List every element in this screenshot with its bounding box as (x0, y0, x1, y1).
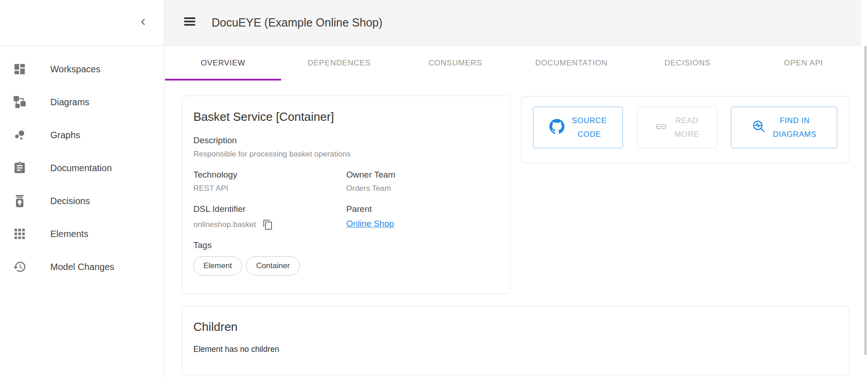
children-empty-text: Element has no children (193, 345, 838, 354)
parent-label: Parent (346, 204, 500, 214)
sidebar-nav: Workspaces Diagrams Graphs Documentation (0, 46, 164, 283)
tab-dependences[interactable]: DEPENDENCES (281, 46, 397, 81)
sidebar-item-graphs[interactable]: Graphs (0, 119, 164, 151)
sidebar: Workspaces Diagrams Graphs Documentation (0, 0, 165, 378)
owner-team-value: Orders Team (346, 184, 500, 193)
sidebar-item-label: Graphs (50, 130, 80, 140)
source-code-button[interactable]: SOURCE CODE (533, 107, 623, 148)
tags-label: Tags (193, 240, 499, 250)
sidebar-item-label: Elements (50, 229, 88, 239)
sidebar-item-documentation[interactable]: Documentation (0, 151, 164, 184)
page-title: DocuEYE (Example Online Shop) (212, 16, 383, 29)
copy-button[interactable] (262, 219, 273, 230)
hamburger-menu-icon (182, 14, 197, 31)
tag-chip-element[interactable]: Element (193, 256, 242, 275)
sidebar-header (0, 0, 164, 46)
tab-open-api[interactable]: OPEN API (746, 46, 862, 81)
description-label: Description (193, 135, 499, 146)
read-more-button: READ MORE (637, 107, 717, 148)
read-more-label: READ MORE (675, 114, 699, 141)
sidebar-item-label: Diagrams (50, 97, 90, 108)
children-card: Children Element has no children (182, 306, 849, 375)
app-bar: DocuEYE (Example Online Shop) (165, 0, 862, 45)
dsl-identifier-value: onlineshop.basket (193, 220, 256, 229)
sidebar-collapse-button[interactable] (134, 14, 152, 32)
lightbulb-jar-icon (13, 194, 27, 208)
technology-value: REST API (193, 184, 346, 193)
find-in-diagrams-label: FIND IN DIAGRAMS (773, 114, 816, 141)
hamburger-menu-button[interactable] (181, 13, 199, 32)
tab-strip: OVERVIEW DEPENDENCES CONSUMERS DOCUMENTA… (165, 46, 862, 81)
clipboard-icon (13, 161, 27, 175)
sidebar-item-decisions[interactable]: Decisions (0, 184, 164, 217)
tab-consumers[interactable]: CONSUMERS (397, 46, 513, 81)
schema-icon (13, 95, 27, 109)
element-title: Basket Service [Container] (193, 109, 499, 124)
sidebar-item-elements[interactable]: Elements (0, 217, 164, 250)
find-in-diagrams-button[interactable]: FIND IN DIAGRAMS (731, 107, 837, 148)
children-title: Children (193, 319, 838, 335)
bubble-chart-icon (13, 128, 27, 142)
chevron-left-icon (137, 16, 149, 30)
link-icon (655, 120, 667, 135)
content-copy-icon (262, 224, 273, 232)
history-icon (13, 260, 27, 274)
search-diagram-icon (752, 119, 766, 135)
tab-decisions[interactable]: DECISIONS (629, 46, 746, 81)
sidebar-item-label: Workspaces (50, 64, 101, 75)
source-code-label: SOURCE CODE (572, 114, 607, 141)
tab-overview[interactable]: OVERVIEW (165, 46, 281, 81)
github-icon (549, 119, 564, 136)
tags-chips: Element Container (193, 256, 499, 275)
tab-documentation[interactable]: DOCUMENTATION (513, 46, 629, 81)
description-value: Responsible for processing basket operat… (193, 150, 499, 159)
owner-team-label: Owner Team (346, 170, 500, 180)
tag-chip-container[interactable]: Container (246, 256, 300, 275)
sidebar-item-diagrams[interactable]: Diagrams (0, 86, 164, 119)
sidebar-item-workspaces[interactable]: Workspaces (0, 53, 164, 86)
vertical-scrollbar[interactable] (864, 46, 867, 355)
sidebar-item-label: Model Changes (50, 262, 114, 272)
dsl-identifier-label: DSL Identifier (193, 204, 346, 214)
technology-label: Technology (193, 170, 346, 180)
sidebar-item-model-changes[interactable]: Model Changes (0, 250, 164, 283)
sidebar-item-label: Documentation (50, 163, 112, 173)
element-overview-card: Basket Service [Container] Description R… (182, 96, 511, 294)
dashboard-icon (13, 62, 27, 76)
parent-link[interactable]: Online Shop (346, 218, 394, 229)
sidebar-item-label: Decisions (50, 196, 90, 206)
actions-card: SOURCE CODE READ MORE FIND IN DIAGRAMS (521, 96, 849, 163)
grid-apps-icon (13, 227, 27, 241)
